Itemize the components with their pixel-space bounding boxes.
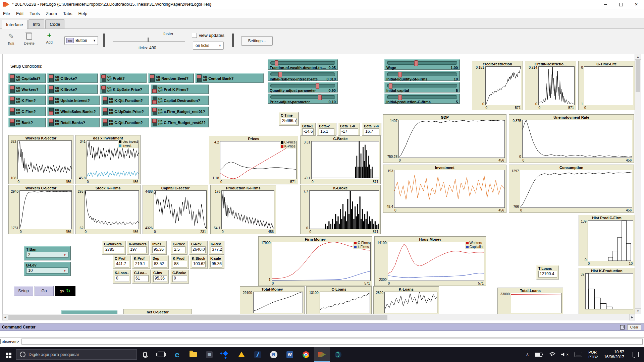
go-button[interactable]: Go: [35, 286, 54, 296]
edit-tool[interactable]: ✎ Edit: [3, 32, 19, 46]
switch-c-firm[interactable]: OnOffC-Firm?: [8, 107, 46, 116]
switch-label: Central-Bank?: [208, 76, 233, 80]
switch-k-broke[interactable]: OnOffK-Broke?: [47, 84, 98, 94]
monitor-label: Dep: [153, 256, 167, 260]
monitor-label: Beta_1-K: [340, 124, 358, 128]
view-updates-checkbox[interactable]: view updates: [192, 33, 224, 38]
minimize-button[interactable]: [598, 0, 613, 9]
start-button[interactable]: [0, 347, 16, 362]
switch-profit[interactable]: OnOffProfit?: [100, 73, 147, 83]
photos-app-icon[interactable]: [201, 347, 217, 362]
switch-wholesales-banks[interactable]: OnOffWholeSales-Banks?: [47, 107, 100, 116]
switch-random-seed[interactable]: OnOffRandom-Seed?: [148, 73, 194, 83]
switch-k-update-price[interactable]: OnOffK-UpDate-Price?: [100, 84, 149, 94]
slider-wage[interactable]: Wage1.00: [384, 59, 460, 70]
slider-initial-capital[interactable]: Initial-capital5: [384, 82, 460, 93]
switch-workers[interactable]: OnOffWorkers?: [8, 84, 46, 94]
close-button[interactable]: ✕: [629, 0, 644, 9]
switch-c-firm-budget-rest02[interactable]: OnOffC-Firm_Budget_rest02?: [151, 118, 209, 127]
switch-update-interest[interactable]: OnOffUpdate-Interest?: [47, 96, 100, 105]
tab-info[interactable]: Info: [29, 19, 45, 28]
edge-icon[interactable]: e: [169, 347, 185, 362]
monitor-k-stock: K-Stock100.62: [190, 255, 208, 269]
vertical-scrollbar[interactable]: ▲ ▼: [635, 54, 641, 314]
switch-k-firm[interactable]: OnOffK-Firm?: [8, 96, 46, 105]
word-icon[interactable]: W: [282, 347, 298, 362]
keyboard-icon[interactable]: [572, 347, 585, 362]
chrome-icon[interactable]: [298, 347, 314, 362]
slider-initial-production[interactable]: Initial-production-C-firms5: [384, 94, 460, 104]
task-view-button[interactable]: [153, 347, 169, 362]
speed-slider[interactable]: [113, 41, 185, 42]
wifi-icon[interactable]: [545, 347, 558, 362]
go-forever-button[interactable]: go↻: [55, 286, 75, 296]
slider-initial-liquidity[interactable]: Initial-liquidity-of-Firms10: [384, 71, 460, 81]
widget-type-dropdown[interactable]: abc Button ▼: [64, 36, 98, 45]
switch-prof-k-firms[interactable]: OnOffProf-K-Firms?: [151, 84, 209, 94]
update-mode-dropdown[interactable]: on ticks ∨: [193, 42, 224, 50]
switch-capital-destruction[interactable]: OnOffCapital-Destruction?: [151, 96, 209, 105]
horizontal-scrollbar[interactable]: ◀ ▶: [2, 314, 635, 320]
plot-gdp: GDP1407750.280456: [383, 114, 506, 163]
menu-file[interactable]: File: [0, 10, 13, 17]
switch-capitalist[interactable]: OnOffCapitalist?: [8, 73, 46, 83]
slider-price-adjust[interactable]: Price-adjust-parameter0.10: [268, 94, 338, 104]
language-indicator[interactable]: PORPTB2: [585, 347, 601, 362]
add-tool[interactable]: + Add: [41, 32, 58, 44]
switch-label: C-UpDate-Price?: [114, 110, 144, 114]
switch-c-update-price[interactable]: OnOffC-UpDate-Price?: [101, 107, 149, 116]
globe-app-icon[interactable]: [330, 347, 346, 362]
switch-bank[interactable]: OnOffBank?: [8, 118, 46, 127]
file-explorer-icon[interactable]: [185, 347, 201, 362]
microphone-icon[interactable]: [137, 347, 153, 362]
slider-initial-risk-free-rate[interactable]: Initial-risk-free-interest-rate0.010: [268, 71, 338, 81]
dropbox-icon[interactable]: [217, 347, 233, 362]
chooser-t-ban[interactable]: T-Ban2▼: [24, 246, 71, 260]
tab-code[interactable]: Code: [45, 19, 64, 28]
delete-tool[interactable]: Delete: [21, 32, 38, 45]
maximize-button[interactable]: [613, 0, 629, 9]
slider-quantity-adjust[interactable]: Quantity-adjust-parameter0.90: [268, 82, 338, 93]
switch-retail-banks[interactable]: OnOffRetail-Banks?: [47, 118, 100, 127]
settings-button[interactable]: Settings...: [241, 36, 273, 46]
menu-tools[interactable]: Tools: [26, 10, 43, 17]
chooser-b-lev[interactable]: B-Lev10▼: [24, 262, 71, 276]
slider-fraction-of-wealth[interactable]: Fraction-of-wealth-devoted-to-...0.05: [268, 59, 338, 70]
expand-icon[interactable]: [620, 325, 625, 329]
taskbar-search[interactable]: Digite aqui para pesquisar: [16, 349, 137, 360]
netlogo-taskbar-icon[interactable]: [314, 347, 330, 362]
switch-toggle: [153, 85, 157, 93]
switch-k-qtt-function[interactable]: OnOffK-Qtt-Function?: [101, 96, 149, 105]
alert-app-icon[interactable]: [233, 347, 250, 362]
switch-toggle: [49, 108, 54, 115]
monitor-value: 2785: [104, 246, 124, 253]
menu-tabs[interactable]: Tabs: [60, 10, 75, 17]
slider-value: 0.90: [329, 88, 336, 93]
menu-edit[interactable]: Edit: [13, 10, 26, 17]
battery-icon[interactable]: [532, 347, 545, 362]
code-app-icon[interactable]: [250, 347, 266, 362]
switch-label: Capitalist?: [21, 76, 40, 80]
menu-zoom[interactable]: Zoom: [43, 10, 60, 17]
switch-c-firm-budget-rest01[interactable]: OnOffc-Firm_Budget_rest01?: [151, 107, 209, 116]
switch-label: C-Firm?: [21, 110, 36, 114]
slider-value: 5: [456, 100, 458, 104]
clear-button[interactable]: Clear: [627, 324, 641, 330]
switch-central-bank[interactable]: OnOffCentral-Bank?: [195, 73, 264, 83]
tab-interface[interactable]: Interface: [2, 20, 28, 29]
command-input[interactable]: [21, 339, 643, 345]
setup-button[interactable]: Setup: [14, 286, 33, 296]
r-app-icon[interactable]: R: [266, 347, 282, 362]
speed-slider-thumb[interactable]: [148, 38, 149, 42]
speaker-muted-icon[interactable]: ×: [558, 347, 572, 362]
switch-c-broke[interactable]: OnOffC-Broke?: [47, 73, 98, 83]
switch-c-qtt-function[interactable]: OnOffC-Qtt-Function?: [101, 118, 149, 127]
menu-help[interactable]: Help: [75, 10, 90, 17]
action-center-icon[interactable]: [627, 347, 644, 362]
plot-title: Capital C-sector: [143, 186, 208, 190]
tray-chevron-icon[interactable]: ∧: [523, 347, 532, 362]
switch-label: C-Qtt-Function?: [114, 121, 143, 125]
plot-workers-c-sector: Workers C-Sector294017510456: [8, 185, 73, 234]
clock[interactable]: 10:5716/06/2017: [601, 347, 627, 362]
switch-toggle: [102, 74, 106, 82]
